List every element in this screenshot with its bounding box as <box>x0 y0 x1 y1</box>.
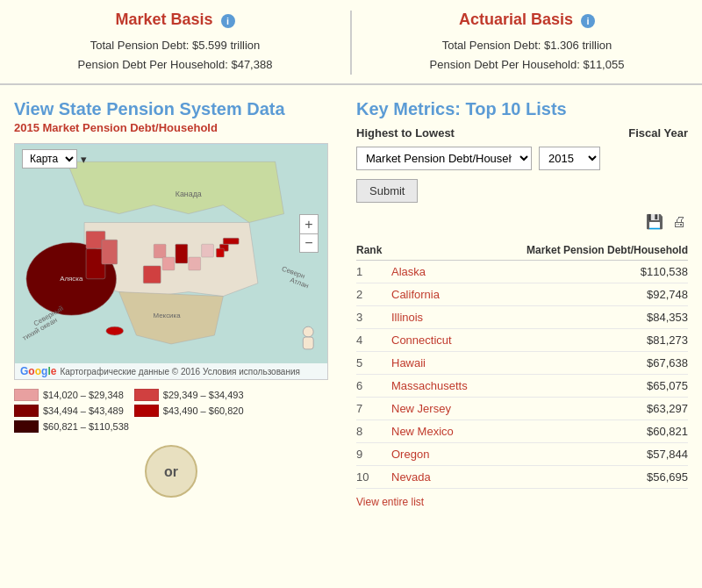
svg-rect-10 <box>143 266 161 283</box>
table-row: 7 New Jersey $63,297 <box>356 398 688 420</box>
map-footer: Google Картографические данные © 2016 Ус… <box>15 363 327 379</box>
value-cell: $56,695 <box>486 466 688 489</box>
actuarial-basis-info-icon[interactable]: i <box>581 14 595 28</box>
fiscal-year-label: Fiscal Year <box>628 126 688 143</box>
state-link[interactable]: Massachusetts <box>391 379 468 392</box>
table-row: 3 Illinois $84,353 <box>356 306 688 329</box>
state-cell: New Jersey <box>391 398 486 420</box>
table-row: 1 Alaska $110,538 <box>356 261 688 283</box>
svg-rect-8 <box>223 238 239 244</box>
map-controls: Карта ▾ <box>22 149 87 169</box>
year-dropdown[interactable]: 2015 <box>539 147 600 170</box>
market-basis-info-icon[interactable]: i <box>221 14 235 28</box>
state-link[interactable]: California <box>391 288 440 301</box>
zoom-out-button[interactable]: − <box>299 233 319 253</box>
state-link[interactable]: Connecticut <box>391 333 452 347</box>
save-icon-button[interactable] <box>644 212 665 232</box>
rank-cell: 10 <box>356 466 391 489</box>
table-row: 5 Hawaii $67,638 <box>356 352 688 375</box>
submit-button[interactable]: Submit <box>356 179 418 203</box>
map-container[interactable]: Карта ▾ <box>14 143 328 380</box>
state-link[interactable]: New Jersey <box>391 402 451 415</box>
state-link[interactable]: Hawaii <box>391 356 426 369</box>
state-cell: New Mexico <box>391 420 486 443</box>
state-cell: Hawaii <box>391 352 486 375</box>
actuarial-basis-stat1: Total Pension Debt: $1.306 trillion <box>369 36 684 55</box>
svg-rect-13 <box>154 244 166 258</box>
value-cell: $57,844 <box>486 443 688 466</box>
state-link[interactable]: Nevada <box>391 470 431 484</box>
filter-labels-row: Highest to Lowest Fiscal Year <box>356 126 688 143</box>
legend-item-4: $43,490 – $60,820 <box>134 405 244 417</box>
rank-cell: 2 <box>356 283 391 306</box>
rank-cell: 9 <box>356 443 391 466</box>
dropdown-row: Market Pension Debt/Household 2015 <box>356 147 688 170</box>
legend-label-2: $29,349 – $34,493 <box>163 390 244 400</box>
legend-color-1 <box>14 389 39 401</box>
state-cell: Nevada <box>391 466 486 489</box>
state-link[interactable]: Oregon <box>391 448 429 461</box>
value-cell: $63,297 <box>486 398 688 420</box>
legend-color-2 <box>134 389 159 401</box>
svg-point-23 <box>303 326 313 337</box>
map-type-select[interactable]: Карта <box>22 149 77 169</box>
metric-dropdown[interactable]: Market Pension Debt/Household <box>356 147 532 170</box>
legend-color-4 <box>134 405 159 417</box>
zoom-in-button[interactable]: + <box>299 214 319 233</box>
table-row: 4 Connecticut $81,273 <box>356 329 688 352</box>
top-header: Market Basis i Total Pension Debt: $5.59… <box>0 0 702 85</box>
svg-rect-24 <box>303 337 313 349</box>
legend-color-3 <box>14 405 39 417</box>
state-col-header <box>391 240 486 261</box>
legend-item-2: $29,349 – $34,493 <box>134 389 244 401</box>
state-link[interactable]: Illinois <box>391 311 423 324</box>
map-attribution: Картографические данные © 2016 Условия и… <box>60 367 300 376</box>
legend-label-1: $14,020 – $29,348 <box>43 390 124 400</box>
svg-rect-14 <box>162 257 175 270</box>
value-cell: $84,353 <box>486 306 688 329</box>
left-panel: View State Pension System Data 2015 Mark… <box>0 99 342 508</box>
state-cell: Oregon <box>391 443 486 466</box>
rank-cell: 6 <box>356 375 391 398</box>
rank-cell: 3 <box>356 306 391 329</box>
main-content: View State Pension System Data 2015 Mark… <box>0 85 702 508</box>
svg-rect-12 <box>102 240 118 264</box>
market-basis-title: Market Basis i <box>18 11 333 29</box>
value-cell: $81,273 <box>486 329 688 352</box>
state-link[interactable]: New Mexico <box>391 425 454 438</box>
map-legend: $14,020 – $29,348 $29,349 – $34,493 $34,… <box>14 389 328 433</box>
actuarial-basis-title-text: Actuarial Basis <box>459 11 573 28</box>
icon-bar <box>356 212 688 232</box>
table-header-row: Rank Market Pension Debt/Household <box>356 240 688 261</box>
market-basis-stat1: Total Pension Debt: $5.599 trillion <box>18 36 333 55</box>
state-cell: Massachusetts <box>391 375 486 398</box>
table-row: 9 Oregon $57,844 <box>356 443 688 466</box>
google-logo: Google <box>20 365 56 377</box>
state-cell: Connecticut <box>391 329 486 352</box>
state-cell: Alaska <box>391 261 486 283</box>
key-metrics-heading: Key Metrics: Top 10 Lists <box>356 99 688 119</box>
actuarial-basis-title: Actuarial Basis i <box>369 11 684 29</box>
rank-cell: 4 <box>356 329 391 352</box>
or-button[interactable]: or <box>145 445 197 498</box>
table-row: 6 Massachusetts $65,075 <box>356 375 688 398</box>
legend-item-3: $34,494 – $43,489 <box>14 405 124 417</box>
highest-to-lowest-label: Highest to Lowest <box>356 126 455 140</box>
value-cell: $65,075 <box>486 375 688 398</box>
legend-label-4: $43,490 – $60,820 <box>163 405 244 416</box>
market-basis-stat2: Pension Debt Per Household: $47,388 <box>18 55 333 75</box>
svg-point-7 <box>106 326 124 335</box>
rankings-table: Rank Market Pension Debt/Household 1 Ala… <box>356 240 688 489</box>
rank-col-header: Rank <box>356 240 391 261</box>
print-icon-button[interactable] <box>670 212 688 232</box>
actuarial-basis-stat2: Pension Debt Per Household: $11,055 <box>369 55 684 75</box>
state-link[interactable]: Alaska <box>391 265 426 278</box>
view-entire-list-link[interactable]: View entire list <box>356 496 424 508</box>
table-row: 10 Nevada $56,695 <box>356 466 688 489</box>
svg-text:Мексика: Мексика <box>154 312 182 319</box>
view-state-subtitle: 2015 Market Pension Debt/Household <box>14 121 328 134</box>
view-state-heading: View State Pension System Data <box>14 99 328 119</box>
value-cell: $60,821 <box>486 420 688 443</box>
value-col-header: Market Pension Debt/Household <box>486 240 688 261</box>
svg-rect-9 <box>216 248 224 257</box>
